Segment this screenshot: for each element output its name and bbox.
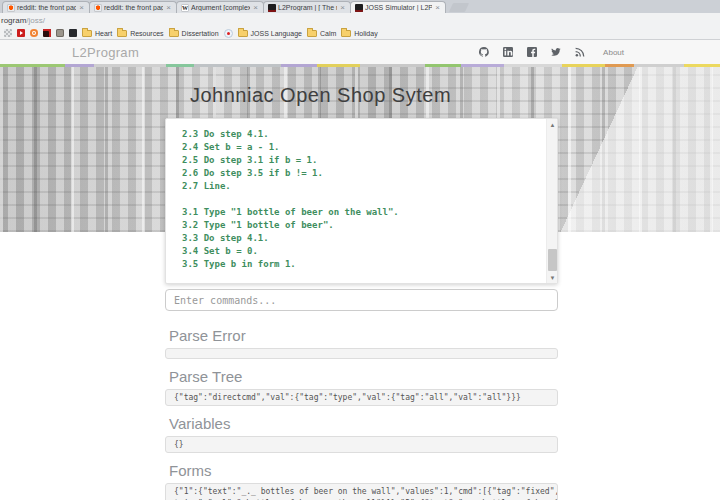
bookmark-darkred-site-icon[interactable] — [43, 29, 51, 37]
bookmark-red-dot-icon[interactable] — [224, 29, 233, 38]
tab-reddit-2[interactable]: reddit: the front page of t × — [89, 1, 177, 13]
code-line: 2.3 Do step 4.1. — [182, 128, 541, 141]
main-content: 2.3 Do step 4.1. 2.4 Set b = a - 1. 2.5 … — [165, 118, 558, 500]
tab-title: JOSS Simulator | L2Progra — [365, 4, 432, 11]
bookmark-label: Dissertation — [182, 30, 219, 37]
parse-tree-output: {"tag":"directcmd","val":{"tag":"type","… — [165, 389, 558, 406]
bookmark-label: JOSS Language — [251, 30, 302, 37]
code-line: 3.4 Set b = 0. — [182, 245, 541, 258]
reddit-favicon-icon — [94, 4, 102, 12]
tab-title: Argument [complex analy — [191, 4, 250, 11]
linkedin-icon[interactable] — [503, 47, 513, 57]
code-line: 2.6 Do step 3.5 if b != 1. — [182, 167, 541, 180]
parse-error-heading: Parse Error — [169, 328, 558, 344]
bookmark-folder-resources[interactable]: Resources — [117, 30, 163, 37]
console-scrollbar[interactable]: ▲ ▼ — [546, 119, 557, 283]
folder-icon — [341, 30, 351, 37]
bookmark-folder-holiday[interactable]: Holiday — [341, 30, 377, 37]
folder-icon — [82, 30, 92, 37]
tab-close-icon[interactable]: × — [78, 4, 85, 12]
tab-title: reddit: the front page of t — [17, 4, 76, 11]
tab-wikipedia-argument[interactable]: W Argument [complex analy × — [176, 1, 264, 13]
parse-tree-heading: Parse Tree — [169, 369, 558, 385]
command-input[interactable] — [165, 289, 558, 311]
bookmark-folder-calm[interactable]: Calm — [307, 30, 336, 37]
facebook-icon[interactable] — [527, 47, 537, 57]
site-header: L2Program About — [0, 40, 720, 64]
folder-icon — [169, 30, 179, 37]
reddit-favicon-icon — [7, 4, 15, 12]
bookmarks-bar: Heart Resources Dissertation JOSS Langua… — [0, 27, 720, 40]
tab-close-icon[interactable]: × — [339, 4, 346, 12]
code-line: 2.4 Set b = a - 1. — [182, 141, 541, 154]
joss-output-console[interactable]: 2.3 Do step 4.1. 2.4 Set b = a - 1. 2.5 … — [165, 118, 558, 284]
scroll-up-icon[interactable]: ▲ — [547, 119, 558, 130]
bookmark-folder-heart[interactable]: Heart — [82, 30, 112, 37]
folder-icon — [117, 30, 127, 37]
forms-output: {"1":{"text":"_._ bottles of beer on the… — [165, 483, 558, 500]
variables-heading: Variables — [169, 416, 558, 432]
site-logo[interactable]: L2Program — [72, 45, 139, 60]
bookmark-camera-site-icon[interactable] — [56, 29, 64, 37]
tab-close-icon[interactable]: × — [434, 4, 441, 12]
variables-output: {} — [165, 436, 558, 453]
url-path: /joss/ — [26, 16, 45, 25]
bookmark-label: Calm — [320, 30, 336, 37]
header-links: About — [479, 47, 624, 57]
folder-icon — [307, 30, 317, 37]
code-line: 2.7 Line. — [182, 180, 541, 193]
bookmark-folder-dissertation[interactable]: Dissertation — [169, 30, 219, 37]
github-icon[interactable] — [479, 47, 489, 57]
url-host-fragment: rogram — [1, 16, 26, 25]
bookmark-folder-joss-language[interactable]: JOSS Language — [238, 30, 302, 37]
twitter-icon[interactable] — [551, 47, 561, 57]
l2program-favicon-icon — [355, 4, 363, 12]
tab-title: reddit: the front page of t — [104, 4, 163, 11]
parse-error-output — [165, 348, 558, 359]
forms-heading: Forms — [169, 463, 558, 479]
tab-close-icon[interactable]: × — [252, 4, 259, 12]
about-link[interactable]: About — [603, 48, 624, 57]
browser-address-bar[interactable]: rogram/joss/ — [0, 13, 720, 27]
code-line: 3.3 Do step 4.1. — [182, 232, 541, 245]
tab-l2program-blog[interactable]: L2Program | [ The ranting × — [263, 1, 351, 13]
forms-line-1: {"1":{"text":"_._ bottles of beer on the… — [174, 487, 558, 496]
rss-icon[interactable] — [575, 47, 585, 57]
new-tab-button[interactable] — [449, 3, 469, 12]
bookmark-grid-icon[interactable] — [4, 29, 12, 37]
folder-icon — [238, 30, 248, 37]
tab-title: L2Program | [ The ranting — [278, 4, 337, 11]
code-line: 3.5 Type b in form 1. — [182, 258, 541, 271]
bookmark-orange-site-icon[interactable] — [30, 29, 38, 37]
bookmark-youtube-icon[interactable] — [17, 29, 25, 37]
scrollbar-thumb[interactable] — [548, 249, 557, 271]
code-line: 3.2 Type "1 bottle of beer". — [182, 219, 541, 232]
tab-reddit-1[interactable]: reddit: the front page of t × — [2, 1, 90, 13]
bookmark-label: Heart — [95, 30, 112, 37]
scroll-down-icon[interactable]: ▼ — [547, 272, 558, 283]
url-text: rogram/joss/ — [0, 16, 45, 25]
l2program-favicon-icon — [268, 4, 276, 12]
tab-close-icon[interactable]: × — [165, 4, 172, 12]
bookmark-dark-site-icon[interactable] — [69, 29, 77, 37]
wikipedia-favicon-icon: W — [181, 4, 189, 12]
browser-tab-strip: reddit: the front page of t × reddit: th… — [0, 0, 720, 13]
bookmark-label: Holiday — [354, 30, 377, 37]
code-line: 2.5 Do step 3.1 if b = 1. — [182, 154, 541, 167]
page-title: Johnniac Open Shop Sytem — [190, 84, 451, 107]
bookmark-label: Resources — [130, 30, 163, 37]
code-line — [182, 193, 541, 206]
tab-joss-simulator-active[interactable]: JOSS Simulator | L2Progra × — [350, 1, 446, 13]
code-line: 3.1 Type "1 bottle of beer on the wall". — [182, 206, 541, 219]
